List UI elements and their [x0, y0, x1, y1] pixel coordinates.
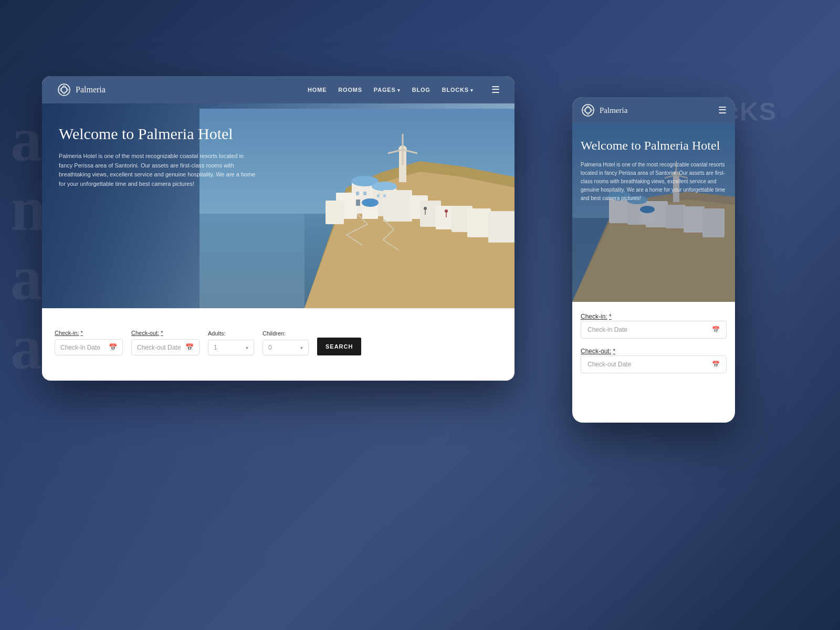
nav-link-pages[interactable]: PAGES [374, 87, 401, 93]
mobile-checkin-calendar-icon: 📅 [712, 326, 720, 333]
adults-dropdown-icon: ▾ [246, 345, 248, 351]
mobile-logo[interactable]: Palmeria [581, 103, 627, 118]
mobile-checkout-field: Check-out: * Check-out Date 📅 [581, 346, 727, 373]
desktop-booking-bar: Check-in: * Check-in Date 📅 Check-out: *… [42, 308, 514, 366]
mobile-hero-description: Palmeria Hotel is one of the most recogn… [581, 161, 727, 203]
desktop-adults-label: Adults: [208, 330, 254, 337]
svg-rect-22 [436, 206, 454, 229]
mobile-checkout-input[interactable]: Check-out Date 📅 [581, 355, 727, 373]
desktop-hero-content: Welcome to Palmeria Hotel Palmeria Hotel… [59, 124, 258, 188]
mobile-hero-content: Welcome to Palmeria Hotel Palmeria Hotel… [581, 138, 727, 203]
desktop-children-field: Children: 0 ▾ [262, 330, 309, 355]
mobile-logo-text: Palmeria [600, 106, 627, 115]
checkin-calendar-icon: 📅 [109, 343, 117, 351]
mobile-checkout-label: Check-out: * [581, 348, 615, 355]
desktop-checkin-input[interactable]: Check-in Date 📅 [55, 339, 123, 355]
mobile-checkin-field: Check-in: * Check-in Date 📅 [581, 311, 727, 339]
desktop-hero-description: Palmeria Hotel is one of the most recogn… [59, 152, 258, 188]
svg-rect-28 [356, 200, 360, 206]
svg-point-31 [424, 207, 427, 210]
desktop-checkout-label: Check-out: * [131, 330, 200, 336]
mobile-navbar: Palmeria ☰ [572, 97, 735, 123]
mobile-booking-form: Check-in: * Check-in Date 📅 Check-out: *… [572, 302, 735, 390]
nav-link-home[interactable]: HOME [308, 87, 327, 93]
mobile-hero: Welcome to Palmeria Hotel Palmeria Hotel… [572, 123, 735, 302]
mobile-checkin-input[interactable]: Check-in Date 📅 [581, 321, 727, 339]
svg-rect-27 [363, 192, 366, 195]
desktop-navbar: Palmeria HOME ROOMS PAGES BLOG BLOCKS ☰ [42, 76, 514, 103]
desktop-checkout-field: Check-out: * Check-out Date 📅 [131, 330, 200, 355]
mobile-hero-title: Welcome to Palmeria Hotel [581, 138, 727, 153]
svg-point-33 [445, 209, 448, 213]
svg-point-14 [372, 182, 397, 191]
desktop-search-button[interactable]: SEARCH [317, 338, 361, 355]
svg-rect-20 [326, 201, 344, 224]
desktop-checkin-field: Check-in: * Check-in Date 📅 [55, 330, 123, 355]
desktop-hero: Welcome to Palmeria Hotel Palmeria Hotel… [42, 103, 514, 308]
desktop-checkin-label: Check-in: * [55, 330, 123, 336]
mobile-logo-icon [581, 103, 595, 118]
desktop-logo[interactable]: Palmeria [57, 82, 106, 97]
desktop-logo-text: Palmeria [76, 85, 106, 94]
desktop-children-input[interactable]: 0 ▾ [262, 340, 309, 355]
checkout-calendar-icon: 📅 [185, 343, 194, 351]
desktop-nav-links: HOME ROOMS PAGES BLOG BLOCKS ☰ [308, 84, 500, 96]
desktop-hero-title: Welcome to Palmeria Hotel [59, 124, 258, 143]
svg-rect-16 [383, 190, 412, 222]
svg-rect-24 [467, 208, 491, 237]
mobile-hamburger-icon[interactable]: ☰ [718, 104, 727, 116]
mobile-checkout-calendar-icon: 📅 [712, 361, 720, 368]
desktop-logo-icon [57, 82, 71, 97]
desktop-adults-input[interactable]: 1 ▾ [208, 340, 254, 355]
nav-link-blog[interactable]: BLOG [412, 87, 430, 93]
mobile-checkin-label: Check-in: * [581, 313, 612, 320]
nav-link-blocks[interactable]: BLOCKS [442, 87, 474, 93]
svg-point-19 [362, 198, 379, 207]
nav-link-rooms[interactable]: ROOMS [338, 87, 362, 93]
desktop-hamburger-icon[interactable]: ☰ [491, 84, 500, 96]
desktop-checkout-input[interactable]: Check-out Date 📅 [131, 339, 200, 355]
desktop-adults-field: Adults: 1 ▾ [208, 330, 254, 355]
svg-rect-26 [356, 192, 359, 195]
desktop-mockup: Palmeria HOME ROOMS PAGES BLOG BLOCKS ☰ [42, 76, 514, 381]
children-dropdown-icon: ▾ [300, 345, 303, 351]
svg-rect-29 [377, 194, 380, 197]
svg-rect-25 [488, 211, 514, 243]
svg-rect-30 [383, 194, 386, 197]
desktop-children-label: Children: [262, 330, 309, 337]
mobile-mockup: Palmeria ☰ [572, 97, 735, 423]
